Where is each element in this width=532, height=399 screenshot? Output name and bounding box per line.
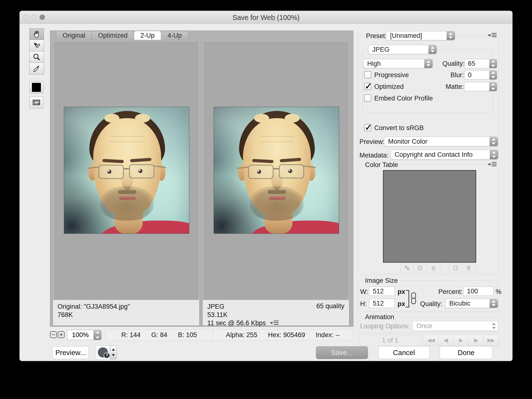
- browser-select-stepper-icon[interactable]: [110, 345, 117, 359]
- width-field[interactable]: 512: [369, 287, 395, 296]
- tool-palette: [29, 28, 44, 108]
- eyedropper-tool-button[interactable]: [30, 63, 44, 74]
- original-filesize: 768K: [58, 311, 195, 319]
- optimized-checkbox[interactable]: [364, 83, 371, 90]
- quality-value: 65: [468, 60, 475, 67]
- first-frame-button[interactable]: ◀◀: [423, 335, 438, 346]
- zoom-in-button[interactable]: +: [58, 331, 65, 338]
- progressive-checkbox[interactable]: [364, 71, 371, 78]
- tab-4up[interactable]: 4-Up: [161, 31, 188, 40]
- matte-label: Matte:: [446, 83, 464, 91]
- quality-field[interactable]: 65: [464, 59, 490, 68]
- alpha-value: Alpha: 255: [226, 331, 257, 339]
- resample-quality-value: Bicubic: [449, 300, 470, 307]
- looping-options-select[interactable]: Once: [412, 321, 498, 331]
- delete-color-button[interactable]: [462, 264, 475, 272]
- preset-label: Preset:: [365, 32, 388, 40]
- slice-select-tool-button[interactable]: [30, 40, 44, 51]
- hand-tool-button[interactable]: [30, 29, 44, 40]
- height-field[interactable]: 512: [369, 299, 395, 308]
- glasses-bridge: [274, 168, 279, 169]
- preview-mode-value: Monitor Color: [388, 138, 427, 145]
- glasses-arm: [154, 166, 166, 168]
- preset-menu-icon[interactable]: [488, 33, 497, 38]
- done-button-label: Done: [458, 349, 474, 357]
- frame-counter: 1 of 1: [359, 335, 421, 346]
- dimension-link-bracket: [406, 290, 409, 308]
- preview-in-browser-button[interactable]: Preview...: [52, 346, 89, 359]
- previous-frame-icon: ◀|: [444, 337, 448, 343]
- matte-stepper-icon[interactable]: [489, 82, 497, 91]
- last-frame-icon: ▶▶: [487, 337, 494, 343]
- toggle-slices-visibility-button[interactable]: [29, 96, 43, 108]
- looping-options-label: Looping Options:: [360, 323, 410, 330]
- preview-mode-stepper-icon: [490, 137, 498, 146]
- original-preview-image[interactable]: [64, 107, 189, 234]
- lock-color-button[interactable]: [427, 264, 440, 272]
- quality-stepper-icon[interactable]: [489, 59, 497, 68]
- cancel-button[interactable]: Cancel: [378, 346, 430, 359]
- optimized-quality: 65 quality: [316, 302, 344, 310]
- format-value: JPEG: [372, 46, 390, 53]
- preset-select[interactable]: [Unnamed]: [386, 31, 455, 40]
- done-button[interactable]: Done: [440, 346, 492, 359]
- progressive-label: Progressive: [374, 71, 409, 79]
- optimized-label: Optimized: [374, 83, 404, 91]
- save-button[interactable]: Save...: [316, 346, 368, 359]
- resample-stepper-icon: [490, 299, 498, 308]
- web-shift-button[interactable]: [414, 264, 427, 272]
- metadata-select[interactable]: Copyright and Contact Info: [391, 150, 498, 159]
- save-button-label: Save...: [331, 349, 353, 357]
- tab-original-label: Original: [63, 32, 85, 39]
- chain-link-icon[interactable]: [411, 292, 416, 305]
- quality-label: Quality:: [442, 60, 465, 67]
- percent-field[interactable]: 100: [463, 287, 494, 296]
- tab-optimized[interactable]: Optimized: [92, 31, 134, 40]
- color-table-swatches[interactable]: [383, 170, 476, 263]
- snap-to-web-palette-button[interactable]: [400, 264, 414, 272]
- glasses-arm: [304, 166, 316, 168]
- convert-srgb-checkbox[interactable]: [364, 124, 371, 131]
- cube-icon: [417, 265, 423, 271]
- glasses-lens: [279, 164, 304, 178]
- zoom-level-field[interactable]: 100%: [67, 330, 94, 340]
- preview-button-label: Preview...: [55, 349, 86, 357]
- question-badge-icon: [104, 352, 110, 358]
- image-size-label: Image Size: [363, 277, 400, 284]
- zoom-tool-button[interactable]: [30, 51, 44, 63]
- eyedropper-icon: [32, 64, 41, 73]
- embed-color-profile-checkbox[interactable]: [364, 94, 371, 102]
- green-value: G: 84: [151, 331, 167, 339]
- optimized-preview-image[interactable]: [214, 107, 339, 234]
- blur-value: 0: [468, 71, 472, 79]
- zoom-out-button[interactable]: −: [50, 331, 57, 338]
- optimized-pane[interactable]: JPEG 53.11K 11 sec @ 56.6 Kbps 65 qualit…: [202, 41, 349, 326]
- trash-icon: [466, 265, 472, 271]
- glasses-arm: [87, 167, 99, 169]
- select-browser-button[interactable]: [96, 345, 110, 359]
- previous-frame-button[interactable]: ◀|: [438, 335, 453, 346]
- compression-select[interactable]: High: [363, 59, 433, 68]
- tab-optimized-label: Optimized: [98, 32, 128, 39]
- eyedropper-color-swatch[interactable]: [29, 81, 43, 93]
- color-table-menu-icon[interactable]: [488, 162, 497, 167]
- tab-2up[interactable]: 2-Up: [134, 31, 161, 40]
- blur-stepper-icon[interactable]: [489, 70, 497, 80]
- download-rate-menu-icon[interactable]: [270, 320, 279, 326]
- play-button[interactable]: ▶: [453, 335, 468, 346]
- magnifier-icon: [32, 53, 41, 61]
- next-frame-button[interactable]: |▶: [468, 335, 483, 346]
- original-pane[interactable]: Original: "GJ3A8954.jpg" 768K: [53, 41, 200, 326]
- format-select[interactable]: JPEG: [368, 45, 437, 54]
- matte-field[interactable]: [464, 82, 490, 91]
- resample-quality-select[interactable]: Bicubic: [445, 299, 498, 308]
- blur-field[interactable]: 0: [464, 70, 490, 80]
- tab-original[interactable]: Original: [56, 31, 92, 40]
- glasses-lens: [129, 164, 154, 178]
- zoom-level-value: 100%: [72, 331, 89, 339]
- last-frame-button[interactable]: ▶▶: [483, 335, 499, 346]
- preview-mode-select[interactable]: Monitor Color: [384, 137, 498, 146]
- zoom-stepper-icon[interactable]: [94, 330, 101, 340]
- percent-unit: %: [496, 288, 501, 296]
- new-color-button[interactable]: [449, 264, 462, 272]
